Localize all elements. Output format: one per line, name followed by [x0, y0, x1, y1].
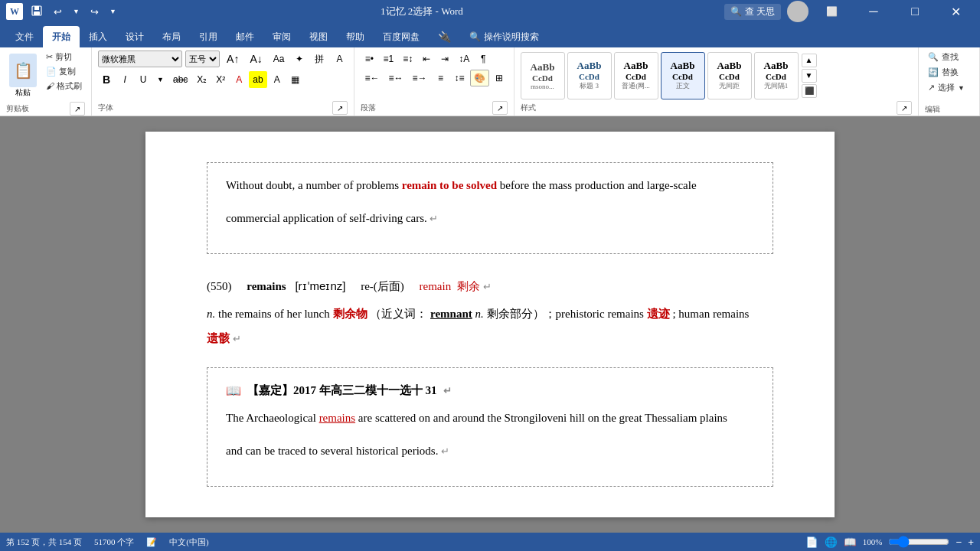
text-effect-button[interactable]: A: [269, 71, 286, 88]
tab-layout[interactable]: 布局: [153, 26, 190, 47]
style-thumb-msono[interactable]: AaBb CcDd msono...: [521, 52, 565, 99]
undo-dropdown-button[interactable]: ▼: [70, 6, 83, 17]
tab-view[interactable]: 视图: [300, 26, 337, 47]
tab-home[interactable]: 开始: [43, 26, 80, 47]
copy-button[interactable]: 📄 复制: [43, 65, 85, 78]
superscript-button[interactable]: X²: [212, 71, 229, 88]
style-thumb-body[interactable]: AaBb CcDd 正文: [661, 52, 705, 99]
justify-button[interactable]: ≡: [432, 70, 449, 86]
styles-scroll-down-button[interactable]: ▼: [802, 69, 817, 83]
tab-baidu[interactable]: 百度网盘: [374, 26, 429, 47]
paste-button[interactable]: 📋 粘贴: [6, 51, 40, 101]
example-before: The Archaeological: [226, 412, 319, 424]
bullets-button[interactable]: ≡•: [361, 51, 377, 67]
underline-button[interactable]: U: [135, 71, 152, 88]
font-size-select[interactable]: 五号: [185, 51, 220, 67]
show-marks-button[interactable]: ¶: [475, 51, 492, 67]
highlight-button[interactable]: ab: [249, 71, 266, 88]
example-para-1: The Archaeological remains are scattered…: [226, 408, 754, 429]
word-near-paren: （近义词：: [370, 308, 427, 320]
customize-button[interactable]: ▼: [106, 6, 119, 17]
char-shading-button[interactable]: ▦: [287, 71, 304, 88]
shading-button[interactable]: 🎨: [470, 70, 489, 86]
tab-search[interactable]: 🔍 操作说明搜索: [460, 26, 548, 47]
save-button[interactable]: [28, 3, 46, 21]
clipboard-expand-button[interactable]: ↗: [70, 102, 85, 116]
cut-button[interactable]: ✂ 剪切: [43, 51, 85, 64]
tab-help[interactable]: 帮助: [337, 26, 374, 47]
styles-expand-button[interactable]: ⬛: [802, 84, 817, 98]
multilevel-button[interactable]: ≡↕: [399, 51, 416, 67]
minimize-button[interactable]: ─: [856, 0, 891, 23]
word-remains-zh3: 遗骸 ↵: [207, 328, 773, 349]
zoom-out-button[interactable]: −: [956, 536, 962, 548]
font-shrink-button[interactable]: A↓: [246, 51, 266, 67]
pilcrow-1: ↵: [427, 213, 438, 224]
align-center-button[interactable]: ≡↔: [384, 70, 407, 86]
document-area[interactable]: Without doubt, a number of problems rema…: [0, 116, 980, 533]
ribbon-toggle-button[interactable]: ⬜: [815, 0, 850, 23]
font-expand-button[interactable]: ↗: [332, 101, 348, 115]
styles-expand-btn2[interactable]: ↗: [897, 101, 912, 115]
tab-review[interactable]: 审阅: [263, 26, 300, 47]
find-button[interactable]: 🔍 查找: [925, 51, 962, 64]
replace-button[interactable]: 🔄 替换: [925, 66, 962, 79]
paste-icon: 📋: [9, 54, 37, 87]
tab-plugin[interactable]: 🔌: [429, 26, 460, 47]
close-button[interactable]: ✕: [939, 0, 974, 23]
svg-rect-1: [34, 6, 39, 10]
numbering-button[interactable]: ≡1: [379, 51, 397, 67]
view-web-button[interactable]: 🌐: [825, 536, 838, 548]
tab-mailings[interactable]: 邮件: [227, 26, 263, 47]
style-thumb-nospace2[interactable]: AaBb CcDd 无间隔1: [754, 52, 799, 99]
zoom-in-button[interactable]: +: [968, 536, 974, 548]
clear-format-button[interactable]: ✦: [291, 51, 308, 67]
change-case-button[interactable]: Aa: [270, 51, 289, 67]
paragraph-expand-button[interactable]: ↗: [492, 101, 508, 115]
styles-scroll-up-button[interactable]: ▲: [802, 54, 817, 67]
border-button[interactable]: ⊞: [491, 70, 508, 86]
decrease-indent-button[interactable]: ⇤: [418, 51, 435, 67]
style-thumb-nospace[interactable]: AaBb CcDd 无间距: [707, 52, 752, 99]
font-name-select[interactable]: 微软雅黑: [98, 51, 182, 67]
style-thumb-heading3[interactable]: AaBb CcDd 标题 3: [567, 52, 612, 99]
phonetics-button[interactable]: 拼: [311, 51, 328, 67]
word-main: remains: [247, 280, 286, 292]
format-painter-button[interactable]: 🖌 格式刷: [43, 80, 85, 93]
editing-group: 🔍 查找 🔄 替换 ↗ 选择 ▼ 编辑: [919, 47, 980, 116]
word-def-zh1: 剩余物: [333, 308, 368, 320]
tab-file[interactable]: 文件: [6, 26, 43, 47]
style-thumb-normal[interactable]: AaBb CcDd 普通(网...: [614, 52, 658, 99]
view-read-button[interactable]: 📖: [844, 536, 857, 548]
align-right-button[interactable]: ≡→: [408, 70, 430, 86]
strikethrough-button[interactable]: abc: [169, 71, 191, 88]
subscript-button[interactable]: X₂: [193, 71, 211, 88]
search-bar: 🔍 查 天思: [724, 4, 781, 20]
word-num: (550): [207, 280, 232, 292]
word-base-zh: 剩余: [457, 280, 480, 292]
select-button[interactable]: ↗ 选择 ▼: [925, 81, 968, 94]
word-def-italic: n.: [207, 308, 215, 320]
line-spacing-button[interactable]: ↕≡: [450, 70, 468, 86]
undo-button[interactable]: ↩: [51, 5, 65, 19]
zoom-slider[interactable]: [888, 536, 949, 548]
view-print-button[interactable]: 📄: [805, 536, 818, 548]
redo-button[interactable]: ↪: [87, 5, 102, 19]
tab-references[interactable]: 引用: [190, 26, 227, 47]
language: 中文(中国): [169, 536, 208, 548]
bold-button[interactable]: B: [98, 71, 115, 88]
sort-button[interactable]: ↕A: [455, 51, 473, 67]
clipboard-label: 剪贴板: [6, 103, 29, 114]
style-gallery: AaBb CcDd msono... AaBb CcDd 标题 3 AaBb C…: [521, 52, 799, 99]
tab-design[interactable]: 设计: [116, 26, 153, 47]
char-border-button[interactable]: A: [331, 51, 348, 67]
underline-dropdown[interactable]: ▼: [153, 71, 168, 88]
font-grow-button[interactable]: A↑: [223, 51, 243, 67]
page-count: 第 152 页，共 154 页: [6, 536, 82, 548]
maximize-button[interactable]: □: [897, 0, 933, 23]
font-color-button[interactable]: A: [230, 71, 247, 88]
tab-insert[interactable]: 插入: [80, 26, 116, 47]
increase-indent-button[interactable]: ⇥: [436, 51, 453, 67]
italic-button[interactable]: I: [116, 71, 133, 88]
align-left-button[interactable]: ≡←: [361, 70, 383, 86]
